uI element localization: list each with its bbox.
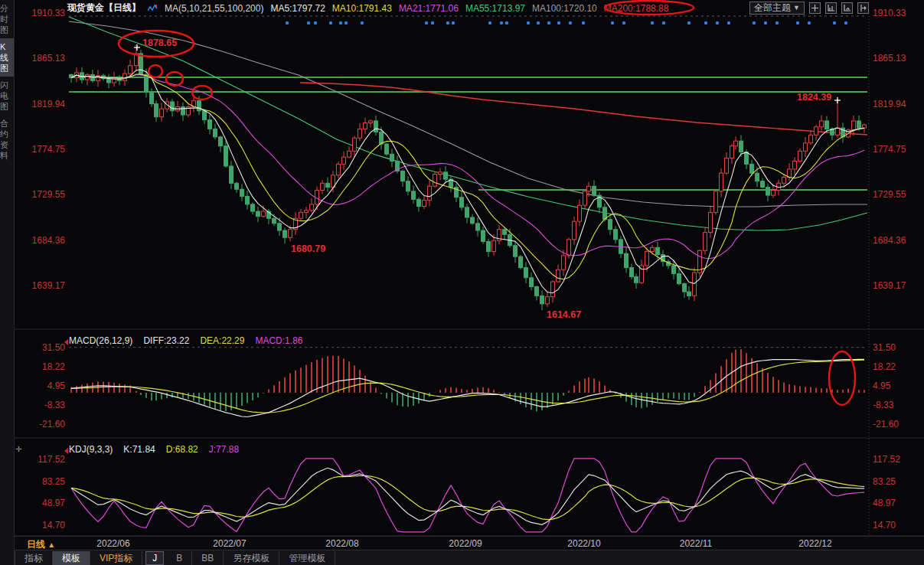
kdj-k-value: K:71.84 (123, 444, 155, 455)
macd-macd-value: MACD:1.86 (255, 335, 302, 346)
y-axis-label: -8.33 (873, 400, 916, 410)
y-axis-label: 1910.33 (873, 8, 916, 18)
sidebar-item-flash-chart[interactable]: 闪电图 (0, 77, 14, 115)
y-axis-label: 83.25 (26, 476, 65, 487)
sidebar-item-contract-info[interactable]: 合约资料 (0, 115, 14, 164)
y-axis-label: 1639.17 (873, 280, 916, 291)
ma200-value: MA200:1788.88 (604, 3, 669, 14)
sidebar-item-timeline-chart[interactable]: 分时图 (0, 0, 14, 38)
page-title: 现货黄金【日线】 (67, 2, 141, 15)
triangle-up-icon: ▲ (47, 541, 55, 549)
y-axis-label: 83.25 (873, 476, 916, 487)
sidebar-item-candlestick-chart[interactable]: K线图 (0, 38, 14, 77)
x-axis-row: 日线 ▲ 2022/06 2022/07 2022/08 2022/09 202… (15, 536, 924, 550)
x-tick-label: 2022/09 (449, 538, 482, 549)
y-axis-label: 117.52 (26, 454, 65, 465)
trading-app-window: 分时图 K线图 闪电图 合约资料 现货黄金【日线】 MA(5,10,21,55,… (0, 0, 924, 565)
mini-chart-icon (148, 4, 158, 13)
y-axis-label: 1865.13 (26, 53, 65, 64)
y-axis-label: 18.22 (873, 361, 916, 372)
sidebar: 分时图 K线图 闪电图 合约资料 (0, 0, 15, 565)
y-axis-label: 1684.36 (873, 235, 916, 246)
y-axis-label: 1910.33 (26, 8, 65, 18)
macd-diff-value: DIFF:23.22 (143, 335, 189, 346)
x-tick-label: 2022/12 (798, 538, 831, 549)
ma10-value: MA10:1791.43 (332, 3, 392, 14)
macd-dea-value: DEA:22.29 (200, 335, 244, 346)
y-axis-label: 4.95 (26, 380, 65, 391)
y-axis-label: 117.52 (873, 454, 916, 465)
tab-b[interactable]: B (167, 551, 192, 565)
kdj-d-value: D:68.82 (166, 444, 198, 455)
y-axis-label: -21.60 (26, 419, 65, 429)
macd-params-label: MACD(26,12,9) (69, 335, 132, 346)
zoom-x-icon[interactable] (825, 2, 837, 14)
y-axis-label: 1865.13 (873, 53, 916, 64)
ma5-value: MA5:1797.72 (270, 3, 325, 14)
kdj-params-label: KDJ(9,3,3) (69, 444, 113, 455)
tab-manage-template[interactable]: 管理模板 (279, 551, 335, 565)
y-axis-label: 1639.17 (26, 280, 65, 291)
header-toolbar: 全部主题 ▼ (749, 2, 869, 14)
y-axis-label: -21.60 (873, 419, 916, 429)
y-axis-label: 1774.75 (873, 144, 916, 155)
y-axis-label: 31.50 (873, 342, 916, 353)
ma55-value: MA55:1713.97 (465, 3, 525, 14)
y-axis-label: 14.70 (873, 520, 916, 531)
ma21-value: MA21:1771.06 (399, 3, 459, 14)
tab-bb[interactable]: BB (192, 551, 224, 565)
tab-j[interactable]: J (145, 551, 164, 565)
ma-group-label: MA(5,10,21,55,100,200) (165, 3, 263, 14)
kdj-header: KDJ(9,3,3) K:71.84 D:68.82 J:77.88 (69, 444, 239, 455)
y-axis-label: 1729.55 (873, 189, 916, 200)
y-axis-label: 1729.55 (26, 189, 65, 200)
chevron-down-icon: ▼ (793, 4, 800, 11)
y-axis-label: 1819.94 (26, 99, 65, 109)
ma100-value: MA100:1720.10 (532, 3, 597, 14)
detach-icon[interactable] (857, 2, 869, 14)
kdj-panel-icon: ✛ (15, 445, 21, 453)
kdj-panel-marker (64, 448, 68, 454)
x-tick-label: 2022/07 (213, 538, 246, 549)
zoom-y-icon[interactable] (841, 2, 853, 14)
x-tick-label: 2022/10 (567, 538, 600, 549)
kdj-j-value: J:77.88 (209, 444, 239, 455)
y-axis-label: 1774.75 (26, 144, 65, 155)
indicator-tab-bar: 指标 模板 VIP指标 J B BB 另存模板 管理模板 (15, 550, 924, 565)
theme-dropdown-button[interactable]: 全部主题 ▼ (749, 2, 805, 15)
y-axis-label: 31.50 (26, 342, 65, 353)
x-tick-label: 2022/08 (325, 538, 358, 549)
x-tick-label: 2022/06 (96, 538, 129, 549)
tab-vip-indicators[interactable]: VIP指标 (90, 551, 142, 565)
y-axis-label: 48.97 (26, 498, 65, 508)
tab-save-template[interactable]: 另存模板 (224, 551, 279, 565)
chart-canvas[interactable] (15, 0, 924, 536)
tab-indicators[interactable]: 指标 (15, 551, 53, 565)
pan-icon[interactable] (809, 2, 821, 14)
y-axis-label: 18.22 (26, 361, 65, 372)
theme-dropdown-label: 全部主题 (754, 2, 791, 15)
y-axis-label: 4.95 (873, 380, 916, 391)
y-axis-label: 1684.36 (26, 235, 65, 246)
macd-header: MACD(26,12,9) DIFF:23.22 DEA:22.29 MACD:… (69, 335, 302, 346)
chart-header: 现货黄金【日线】 MA(5,10,21,55,100,200) MA5:1797… (67, 2, 763, 15)
y-axis-label: 48.97 (873, 498, 916, 508)
y-axis-label: -8.33 (26, 400, 65, 410)
y-axis-label: 1819.94 (873, 99, 916, 109)
tab-template[interactable]: 模板 (53, 551, 90, 565)
x-tick-label: 2022/11 (680, 538, 713, 549)
y-axis-label: 14.70 (26, 520, 65, 531)
period-label: 日线 (27, 539, 45, 550)
